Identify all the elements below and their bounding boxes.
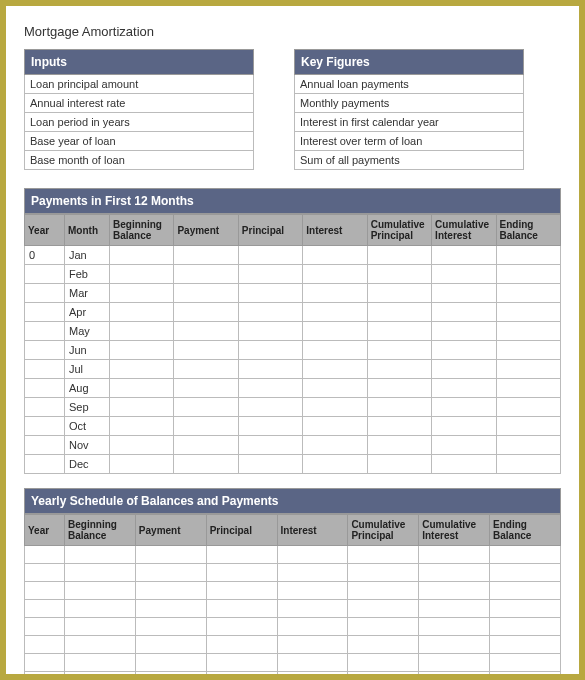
table-cell xyxy=(348,618,419,636)
table-cell xyxy=(135,600,206,618)
table-cell xyxy=(135,582,206,600)
column-header: Year xyxy=(25,515,65,546)
table-cell xyxy=(25,636,65,654)
table-cell xyxy=(25,546,65,564)
table-cell xyxy=(135,636,206,654)
table-cell xyxy=(432,436,496,455)
table-cell xyxy=(238,322,302,341)
table-cell xyxy=(496,303,560,322)
table-row xyxy=(25,564,561,582)
monthly-header: Payments in First 12 Months xyxy=(24,188,561,214)
table-cell xyxy=(135,672,206,681)
table-cell xyxy=(432,379,496,398)
table-cell xyxy=(432,284,496,303)
table-row: 0Jan xyxy=(25,246,561,265)
table-cell xyxy=(174,303,238,322)
table-cell xyxy=(110,379,174,398)
table-cell xyxy=(303,303,367,322)
table-cell xyxy=(303,455,367,474)
table-cell xyxy=(277,546,348,564)
table-row xyxy=(25,636,561,654)
table-cell xyxy=(25,360,65,379)
table-cell xyxy=(496,417,560,436)
monthly-table: YearMonthBeginning BalancePaymentPrincip… xyxy=(24,214,561,474)
table-cell xyxy=(348,582,419,600)
table-cell xyxy=(277,672,348,681)
table-cell xyxy=(110,398,174,417)
table-cell xyxy=(238,360,302,379)
table-cell xyxy=(367,417,431,436)
table-cell: Dec xyxy=(65,455,110,474)
table-cell xyxy=(110,436,174,455)
table-cell xyxy=(65,582,136,600)
column-header: Cumulative Principal xyxy=(348,515,419,546)
column-header: Payment xyxy=(135,515,206,546)
table-row: Dec xyxy=(25,455,561,474)
table-cell xyxy=(490,600,561,618)
table-cell xyxy=(110,417,174,436)
table-cell xyxy=(238,455,302,474)
table-cell xyxy=(432,417,496,436)
table-cell xyxy=(238,341,302,360)
table-cell xyxy=(496,455,560,474)
table-cell xyxy=(419,600,490,618)
column-header: Beginning Balance xyxy=(65,515,136,546)
table-cell xyxy=(206,672,277,681)
column-header: Cumulative Interest xyxy=(432,215,496,246)
keyfigure-row: Monthly payments xyxy=(294,94,524,113)
page-title: Mortgage Amortization xyxy=(24,24,561,39)
table-cell xyxy=(277,582,348,600)
table-cell xyxy=(367,379,431,398)
column-header: Cumulative Interest xyxy=(419,515,490,546)
table-row: Apr xyxy=(25,303,561,322)
table-cell xyxy=(174,284,238,303)
table-cell xyxy=(419,564,490,582)
table-cell xyxy=(303,265,367,284)
column-header: Cumulative Principal xyxy=(367,215,431,246)
table-cell xyxy=(303,284,367,303)
table-cell xyxy=(277,600,348,618)
table-cell xyxy=(432,322,496,341)
table-cell xyxy=(348,546,419,564)
table-row: Sep xyxy=(25,398,561,417)
table-row xyxy=(25,582,561,600)
table-cell xyxy=(490,618,561,636)
table-cell xyxy=(206,564,277,582)
table-cell xyxy=(419,618,490,636)
table-row: Aug xyxy=(25,379,561,398)
table-row: Mar xyxy=(25,284,561,303)
table-cell xyxy=(348,600,419,618)
table-cell xyxy=(303,360,367,379)
table-cell xyxy=(65,546,136,564)
table-cell xyxy=(348,564,419,582)
table-row: Feb xyxy=(25,265,561,284)
table-cell xyxy=(303,417,367,436)
table-cell xyxy=(367,322,431,341)
table-cell xyxy=(25,379,65,398)
table-cell xyxy=(238,284,302,303)
table-cell: Feb xyxy=(65,265,110,284)
table-cell xyxy=(238,436,302,455)
table-cell xyxy=(432,303,496,322)
table-row: May xyxy=(25,322,561,341)
table-cell xyxy=(65,564,136,582)
table-cell xyxy=(419,672,490,681)
input-row: Base year of loan xyxy=(24,132,254,151)
table-cell xyxy=(174,417,238,436)
table-cell xyxy=(419,636,490,654)
table-cell xyxy=(303,322,367,341)
top-panels: Inputs Loan principal amountAnnual inter… xyxy=(24,49,561,170)
column-header: Ending Balance xyxy=(490,515,561,546)
table-cell xyxy=(303,436,367,455)
table-cell xyxy=(303,398,367,417)
table-cell xyxy=(25,341,65,360)
table-cell xyxy=(65,636,136,654)
table-cell xyxy=(496,322,560,341)
input-row: Loan period in years xyxy=(24,113,254,132)
table-cell xyxy=(367,246,431,265)
keyfigure-row: Annual loan payments xyxy=(294,75,524,94)
table-cell xyxy=(432,246,496,265)
yearly-header: Yearly Schedule of Balances and Payments xyxy=(24,488,561,514)
table-cell xyxy=(174,246,238,265)
table-cell xyxy=(367,284,431,303)
